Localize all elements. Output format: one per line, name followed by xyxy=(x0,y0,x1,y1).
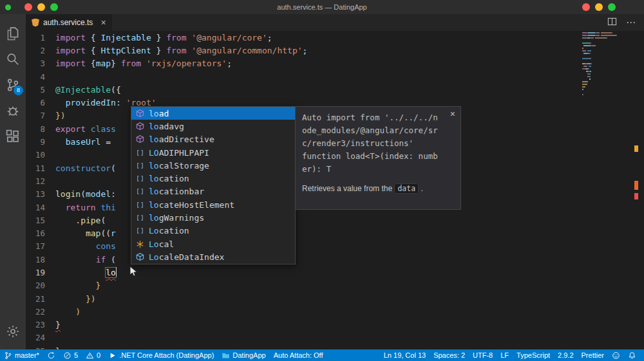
suggestion-item[interactable]: load xyxy=(131,107,295,120)
code-line[interactable]: 25} xyxy=(26,344,644,349)
suggestion-item[interactable]: logWarnings xyxy=(131,211,295,224)
close-icon[interactable]: × xyxy=(100,17,106,28)
code-line[interactable]: 19 lo xyxy=(26,266,644,279)
ruler-mark xyxy=(634,145,638,152)
suggestion-item[interactable]: locationbar xyxy=(131,185,295,198)
line-number: 12 xyxy=(26,176,55,186)
tab-auth-service[interactable]: auth.service.ts × xyxy=(26,14,112,31)
status-label: 5 xyxy=(74,351,78,359)
sidebar-item-debug[interactable] xyxy=(0,98,26,124)
code-text: if ( xyxy=(55,255,116,264)
code-line[interactable]: 20 } xyxy=(26,279,644,292)
sync-status[interactable] xyxy=(43,349,59,361)
code-line[interactable]: 4 xyxy=(26,70,644,83)
code-text: .pipe( xyxy=(55,216,106,225)
gear-icon[interactable] xyxy=(0,319,26,344)
code-line[interactable]: 16 map((r xyxy=(26,227,644,239)
code-line[interactable]: 24 xyxy=(26,331,644,344)
feedback-status[interactable] xyxy=(608,349,624,361)
code-line[interactable]: 3import {map} from 'rxjs/operators'; xyxy=(26,57,644,70)
recording-dot xyxy=(5,5,11,10)
overview-ruler[interactable] xyxy=(627,31,644,349)
prettier-status[interactable]: Prettier xyxy=(578,349,608,361)
doc-text: Retrieves a value from the xyxy=(302,184,394,193)
minimap-line xyxy=(582,81,626,82)
minimap-line xyxy=(582,86,626,88)
line-number: 23 xyxy=(26,320,55,329)
minimap-line xyxy=(582,89,626,90)
minimap[interactable] xyxy=(582,32,626,97)
minimize-button[interactable] xyxy=(37,3,45,11)
cursor-position-status[interactable]: Ln 19, Col 13 xyxy=(380,349,430,361)
line-number: 6 xyxy=(26,98,55,107)
code-line[interactable]: 17 cons xyxy=(26,240,644,253)
tab-bar: auth.service.ts × ⋯ xyxy=(26,14,644,31)
code-line[interactable]: 23} xyxy=(26,319,644,331)
sidebar-item-source-control[interactable]: 8 xyxy=(0,72,26,98)
doc-description: Retrieves a value from the data . xyxy=(302,182,454,195)
debug-config-status[interactable]: .NET Core Attach (DatingApp) xyxy=(104,349,218,361)
notifications-status[interactable] xyxy=(624,349,640,361)
zoom-button[interactable] xyxy=(50,3,58,11)
encoding-status[interactable]: UTF-8 xyxy=(469,349,497,361)
suggestion-item[interactable]: locateHostElement xyxy=(131,198,295,211)
suggestion-item[interactable]: location xyxy=(131,172,295,185)
close-button[interactable] xyxy=(24,3,32,11)
angular-file-icon xyxy=(32,19,39,27)
minimap-line xyxy=(582,32,626,33)
workspace-status[interactable]: DatingApp xyxy=(218,349,269,361)
suggestion-item[interactable]: localStorage xyxy=(131,159,295,172)
sidebar-item-extensions[interactable] xyxy=(0,124,26,149)
warnings-status[interactable]: 0 xyxy=(82,349,104,361)
line-number: 19 xyxy=(26,268,55,277)
symbol-module-icon xyxy=(135,134,145,144)
minimap-line xyxy=(582,50,626,51)
code-text: }) xyxy=(55,111,66,120)
code-text: constructor( xyxy=(55,163,116,173)
code-text: ) xyxy=(55,307,80,317)
auto-attach-status[interactable]: Auto Attach: Off xyxy=(270,349,327,361)
sidebar-item-files[interactable] xyxy=(0,21,26,46)
line-number: 14 xyxy=(26,203,55,212)
line-number: 1 xyxy=(26,33,55,42)
code-line[interactable]: 15 .pipe( xyxy=(26,214,644,227)
suggest-widget: loadloadavgloadDirectiveLOADIPHLPAPIloca… xyxy=(131,106,296,264)
code-line[interactable]: 18 if ( xyxy=(26,253,644,266)
suggestion-label: Local xyxy=(149,239,174,249)
more-actions-icon[interactable]: ⋯ xyxy=(626,17,636,28)
suggestion-item[interactable]: loadavg xyxy=(131,120,295,133)
indentation-status[interactable]: Spaces: 2 xyxy=(430,349,469,361)
doc-code-line: ode_modules/@angular/core/sr xyxy=(302,124,454,137)
errors-status[interactable]: 5 xyxy=(59,349,82,361)
code-line[interactable]: 22 ) xyxy=(26,305,644,318)
code-line[interactable]: 21 }) xyxy=(26,292,644,305)
status-label: 0 xyxy=(97,351,100,359)
suggestion-item[interactable]: loadDirective xyxy=(131,133,295,146)
code-line[interactable]: 2import { HttpClient } from '@angular/co… xyxy=(26,44,644,57)
suggestion-label: location xyxy=(149,174,189,183)
symbol-variable-icon xyxy=(135,187,145,196)
activity-bar: 8 xyxy=(0,14,26,349)
eol-status[interactable]: LF xyxy=(497,349,513,361)
code-line[interactable]: 1import { Injectable } from '@angular/co… xyxy=(26,31,644,44)
minimap-line xyxy=(582,58,626,59)
git-branch-status[interactable]: master* xyxy=(0,349,43,361)
symbol-module-icon xyxy=(135,109,145,118)
close-icon[interactable]: × xyxy=(450,109,455,119)
suggestion-item[interactable]: LocaleDataIndex xyxy=(131,250,295,263)
line-number: 2 xyxy=(26,46,55,55)
ruler-mark xyxy=(634,181,638,190)
suggestion-label: logWarnings xyxy=(149,213,204,223)
ts-version-status[interactable]: 2.9.2 xyxy=(554,349,577,361)
code-text: return thi xyxy=(55,203,116,212)
suggestion-item[interactable]: Local xyxy=(131,237,295,250)
sync-icon xyxy=(47,351,55,360)
symbol-variable-icon xyxy=(135,174,145,183)
suggestion-item[interactable]: LOADIPHLPAPI xyxy=(131,146,295,159)
sidebar-item-search[interactable] xyxy=(0,46,26,72)
language-status[interactable]: TypeScript xyxy=(513,349,554,361)
code-line[interactable]: 5@Injectable({ xyxy=(26,83,644,96)
suggestion-item[interactable]: Location xyxy=(131,225,295,237)
line-number: 13 xyxy=(26,189,55,199)
split-editor-icon[interactable] xyxy=(607,17,617,29)
